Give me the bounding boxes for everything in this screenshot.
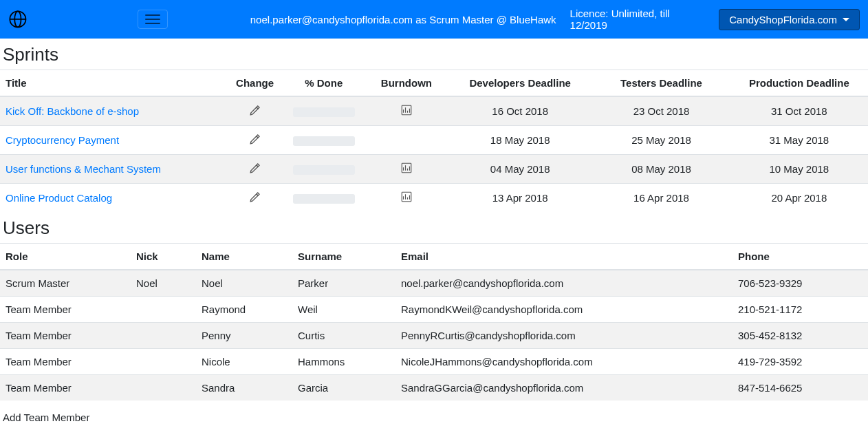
col-test: Testers Deadline <box>592 70 730 97</box>
test-deadline: 25 May 2018 <box>592 126 730 155</box>
burndown-chart-icon[interactable] <box>400 191 413 203</box>
user-phone: 847-514-6625 <box>733 375 868 401</box>
license-text: Licence: Unlimited, till 12/2019 <box>570 8 692 31</box>
user-nick: Noel <box>131 270 196 297</box>
sprints-heading: Sprints <box>0 39 868 70</box>
table-row: Cryptocurrency Payment18 May 201825 May … <box>0 126 868 155</box>
sprint-title-link[interactable]: User functions & Mechant System <box>6 163 161 175</box>
dev-deadline: 18 May 2018 <box>448 126 592 155</box>
col-role: Role <box>0 244 131 270</box>
test-deadline: 08 May 2018 <box>592 155 730 184</box>
prod-deadline: 31 Oct 2018 <box>730 96 868 126</box>
user-name: Noel <box>196 270 292 297</box>
table-row: Team MemberSandraGarciaSandraGGarcia@can… <box>0 375 868 401</box>
progress-bar <box>293 165 355 175</box>
user-nick <box>131 323 196 349</box>
table-row: Team MemberNicoleHammonsNicoleJHammons@c… <box>0 349 868 375</box>
user-email: PennyRCurtis@candyshopflorida.com <box>395 323 733 349</box>
edit-icon[interactable] <box>249 133 261 145</box>
user-surname: Parker <box>292 270 395 297</box>
user-name: Penny <box>196 323 292 349</box>
dev-deadline: 13 Apr 2018 <box>448 184 592 213</box>
user-role: Team Member <box>0 375 131 401</box>
user-role: Team Member <box>0 349 131 375</box>
user-role: Team Member <box>0 323 131 349</box>
col-title: Title <box>0 70 228 97</box>
prod-deadline: 31 May 2018 <box>730 126 868 155</box>
col-change: Change <box>228 70 283 97</box>
user-surname: Hammons <box>292 349 395 375</box>
users-heading: Users <box>0 212 868 243</box>
table-row: Team MemberPennyCurtisPennyRCurtis@candy… <box>0 323 868 349</box>
table-row: Team MemberRaymondWeilRaymondKWeil@candy… <box>0 297 868 323</box>
caret-down-icon <box>843 18 849 21</box>
col-prod: Production Deadline <box>730 70 868 97</box>
user-role: Team Member <box>0 297 131 323</box>
user-email: RaymondKWeil@candyshopflorida.com <box>395 297 733 323</box>
burndown-chart-icon[interactable] <box>400 104 413 116</box>
edit-icon[interactable] <box>249 104 261 116</box>
sprint-title-link[interactable]: Kick Off: Backbone of e-shop <box>6 105 139 117</box>
progress-bar <box>293 194 355 204</box>
user-context-text: noel.parker@candyshopflorida.com as Scru… <box>250 14 556 25</box>
user-surname: Garcia <box>292 375 395 401</box>
col-name: Name <box>196 244 292 270</box>
user-nick <box>131 349 196 375</box>
table-row: User functions & Mechant System04 May 20… <box>0 155 868 184</box>
prod-deadline: 10 May 2018 <box>730 155 868 184</box>
globe-icon[interactable] <box>8 8 28 30</box>
edit-icon[interactable] <box>249 162 261 174</box>
sprint-title-link[interactable]: Cryptocurrency Payment <box>6 134 119 146</box>
test-deadline: 23 Oct 2018 <box>592 96 730 126</box>
table-row: Online Product Catalog13 Apr 201816 Apr … <box>0 184 868 213</box>
user-nick <box>131 375 196 401</box>
navbar: noel.parker@candyshopflorida.com as Scru… <box>0 0 868 39</box>
col-surname: Surname <box>292 244 395 270</box>
user-phone: 419-729-3592 <box>733 349 868 375</box>
col-phone: Phone <box>733 244 868 270</box>
user-surname: Weil <box>292 297 395 323</box>
progress-bar <box>293 136 355 146</box>
add-member-label: Add Team Member <box>0 401 868 426</box>
dev-deadline: 04 May 2018 <box>448 155 592 184</box>
sprints-table: Title Change % Done Burndown Developers … <box>0 70 868 212</box>
sprint-title-link[interactable]: Online Product Catalog <box>6 192 112 204</box>
users-table: Role Nick Name Surname Email Phone Scrum… <box>0 243 868 401</box>
dev-deadline: 16 Oct 2018 <box>448 96 592 126</box>
edit-icon[interactable] <box>249 191 261 203</box>
site-dropdown-label: CandyShopFlorida.com <box>729 14 837 25</box>
user-name: Raymond <box>196 297 292 323</box>
col-pct: % Done <box>283 70 365 97</box>
user-email: NicoleJHammons@candyshopflorida.com <box>395 349 733 375</box>
menu-toggle-button[interactable] <box>138 10 168 29</box>
test-deadline: 16 Apr 2018 <box>592 184 730 213</box>
user-role: Scrum Master <box>0 270 131 297</box>
user-email: noel.parker@candyshopflorida.com <box>395 270 733 297</box>
user-phone: 706-523-9329 <box>733 270 868 297</box>
table-row: Kick Off: Backbone of e-shop16 Oct 20182… <box>0 96 868 126</box>
user-nick <box>131 297 196 323</box>
col-email: Email <box>395 244 733 270</box>
col-dev: Developers Deadline <box>448 70 592 97</box>
col-nick: Nick <box>131 244 196 270</box>
table-row: Scrum MasterNoelNoelParkernoel.parker@ca… <box>0 270 868 297</box>
burndown-chart-icon[interactable] <box>400 162 413 174</box>
user-phone: 210-521-1172 <box>733 297 868 323</box>
site-dropdown-button[interactable]: CandyShopFlorida.com <box>719 9 860 30</box>
user-name: Nicole <box>196 349 292 375</box>
progress-bar <box>293 107 355 117</box>
user-surname: Curtis <box>292 323 395 349</box>
user-name: Sandra <box>196 375 292 401</box>
user-email: SandraGGarcia@candyshopflorida.com <box>395 375 733 401</box>
col-burndown: Burndown <box>365 70 448 97</box>
user-phone: 305-452-8132 <box>733 323 868 349</box>
prod-deadline: 20 Apr 2018 <box>730 184 868 213</box>
